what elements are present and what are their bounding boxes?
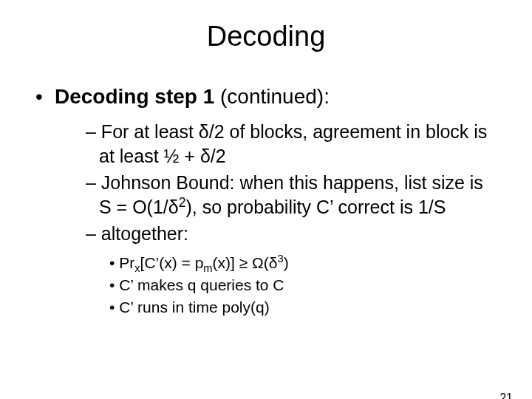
subpoint-probability: • Prx[C’(x) = pm(x)] ≥ Ω(δ3) — [109, 252, 495, 274]
text: (x)] ≥ — [213, 254, 253, 271]
text: For at least — [101, 121, 199, 142]
bullet-dot-icon: • — [35, 83, 55, 109]
slide-body: •Decoding step 1 (continued): – For at l… — [0, 83, 532, 319]
exponent: 3 — [277, 253, 283, 265]
heading-line: •Decoding step 1 (continued): — [35, 83, 502, 109]
heading-bold: Decoding step 1 — [55, 85, 214, 108]
exponent: 2 — [179, 194, 186, 209]
dash-icon: – — [86, 223, 96, 244]
text: C’ runs in time poly(q) — [119, 299, 269, 316]
text: ( — [264, 254, 269, 271]
level2-group: – For at least δ/2 of blocks, agreement … — [35, 120, 502, 319]
omega-symbol: Ω — [252, 254, 264, 271]
point-agreement: – For at least δ/2 of blocks, agreement … — [86, 120, 495, 168]
text: altogether: — [101, 223, 188, 244]
subbullet-icon: • — [109, 254, 115, 271]
point-johnson-bound: – Johnson Bound: when this happens, list… — [86, 171, 495, 219]
text: ), so probability C’ correct is 1/S — [185, 197, 446, 217]
subbullet-icon: • — [109, 299, 115, 316]
text: ) — [284, 254, 289, 271]
text: [C’(x) = p — [140, 254, 204, 271]
text: /2 — [211, 146, 226, 166]
page-number: 21 — [499, 392, 513, 399]
subscript: m — [203, 262, 212, 274]
subbullet-icon: • — [109, 276, 115, 293]
level3-group: • Prx[C’(x) = pm(x)] ≥ Ω(δ3) • C’ makes … — [86, 252, 495, 319]
delta-symbol: δ — [200, 146, 211, 166]
text: Pr — [119, 254, 134, 271]
dash-icon: – — [86, 121, 96, 142]
delta-symbol: δ — [168, 197, 179, 217]
slide-title: Decoding — [0, 21, 532, 52]
heading-rest: (continued): — [214, 85, 330, 108]
dash-icon: – — [86, 172, 96, 193]
subpoint-queries: • C’ makes q queries to C — [109, 274, 495, 296]
delta-symbol: δ — [199, 121, 209, 142]
point-altogether: – altogether: — [86, 222, 495, 246]
slide: Decoding •Decoding step 1 (continued): –… — [0, 21, 532, 399]
subpoint-runtime: • C’ runs in time poly(q) — [109, 296, 495, 318]
delta-symbol: δ — [269, 254, 278, 271]
text: C’ makes q queries to C — [119, 276, 284, 293]
subscript: x — [134, 262, 140, 274]
